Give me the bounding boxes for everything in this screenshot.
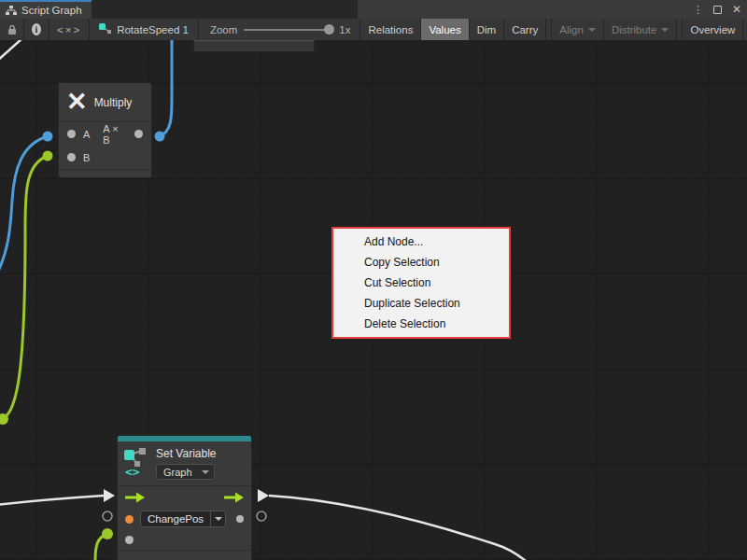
dim-button[interactable]: Dim xyxy=(470,19,504,40)
multiply-node[interactable]: ✕ Multiply A A × B B xyxy=(58,82,152,178)
port-b-label: B xyxy=(83,152,90,163)
chevron-down-icon xyxy=(588,28,596,32)
variable-value-row: ChangePos xyxy=(118,508,251,530)
multiply-row-b: B xyxy=(59,146,151,169)
graph-toolbar: i <×> RotateSpeed 1 Zoom 1x Relations Va… xyxy=(0,19,747,40)
window-maximize-icon[interactable] xyxy=(713,6,722,14)
distribute-label: Distribute xyxy=(612,24,657,35)
flow-input-arrow-icon[interactable] xyxy=(125,492,145,503)
relations-button[interactable]: Relations xyxy=(360,19,421,40)
dropdown-arrow-cell[interactable] xyxy=(210,511,225,526)
value-toggle-button[interactable]: <×> xyxy=(49,19,90,40)
multiply-icon: ✕ xyxy=(66,90,88,115)
port-a-label: A xyxy=(83,129,90,140)
port-result-label: A × B xyxy=(103,123,127,146)
flow-row xyxy=(118,486,251,508)
window-close-icon[interactable]: ✕ xyxy=(732,3,741,16)
info-icon: i xyxy=(32,23,41,35)
value-input-port[interactable] xyxy=(125,536,134,544)
tab-title: Script Graph xyxy=(21,5,82,16)
chevron-down-icon xyxy=(661,28,669,32)
variable-output-port[interactable] xyxy=(236,515,244,523)
variable-scope-dropdown[interactable]: Graph xyxy=(156,464,215,480)
set-variable-title: Set Variable xyxy=(156,447,216,460)
value-input-row xyxy=(118,530,251,550)
menu-item-copy-selection[interactable]: Copy Selection xyxy=(333,252,509,273)
variable-scope-label: Graph xyxy=(163,467,192,478)
graph-name-label: RotateSpeed 1 xyxy=(117,24,189,35)
zoom-control: Zoom 1x xyxy=(199,19,361,40)
zoom-slider[interactable] xyxy=(244,29,332,31)
chevron-down-icon xyxy=(215,517,222,521)
menu-item-duplicate-selection[interactable]: Duplicate Selection xyxy=(333,293,509,314)
set-variable-node[interactable]: <> Set Variable Graph ChangePos xyxy=(117,435,252,560)
variable-name-dropdown[interactable]: ChangePos xyxy=(140,511,226,527)
set-variable-header[interactable]: <> Set Variable Graph xyxy=(118,441,251,485)
menu-item-cut-selection[interactable]: Cut Selection xyxy=(333,273,509,293)
lock-icon xyxy=(7,24,16,35)
align-label: Align xyxy=(559,24,584,35)
inspect-button[interactable]: i xyxy=(24,19,49,40)
carry-label: Carry xyxy=(512,24,538,35)
set-variable-icon: <> xyxy=(123,447,148,477)
carry-button[interactable]: Carry xyxy=(504,19,546,40)
zoom-label: Zoom xyxy=(210,24,237,35)
align-dropdown-button[interactable]: Align xyxy=(551,19,604,40)
port-b-input[interactable] xyxy=(67,153,76,161)
partial-node[interactable] xyxy=(193,40,315,52)
variable-name-value: ChangePos xyxy=(141,513,210,525)
port-a-input[interactable] xyxy=(67,130,76,138)
full-screen-button[interactable]: Full Screen xyxy=(743,19,747,40)
script-graph-icon xyxy=(6,6,17,16)
dim-label: Dim xyxy=(477,24,496,35)
zoom-slider-handle[interactable] xyxy=(324,24,334,35)
multiply-node-header[interactable]: ✕ Multiply xyxy=(59,83,151,121)
graph-reference-icon xyxy=(99,23,112,35)
window-menu-icon[interactable]: ⋮ xyxy=(693,4,703,16)
value-toggle-icon: <×> xyxy=(57,24,81,35)
menu-item-delete-selection[interactable]: Delete Selection xyxy=(333,314,509,334)
context-menu: Add Node... Copy Selection Cut Selection… xyxy=(331,227,511,339)
values-label: Values xyxy=(429,24,460,35)
relations-label: Relations xyxy=(368,24,413,35)
chevron-down-icon xyxy=(202,470,209,474)
zoom-value: 1x xyxy=(339,24,350,35)
set-variable-footer xyxy=(118,550,251,560)
variable-name-input-port[interactable] xyxy=(125,515,134,524)
graph-reference-button[interactable]: RotateSpeed 1 xyxy=(90,19,199,40)
title-bar: Script Graph ⋮ ✕ xyxy=(0,0,747,19)
multiply-node-title: Multiply xyxy=(94,96,133,109)
lock-button[interactable] xyxy=(0,19,24,40)
svg-text:<>: <> xyxy=(125,465,140,477)
distribute-dropdown-button[interactable]: Distribute xyxy=(604,19,678,40)
menu-item-add-node[interactable]: Add Node... xyxy=(333,231,509,252)
multiply-row-a: A A × B xyxy=(59,122,151,146)
title-bar-right-segment xyxy=(358,0,747,19)
overview-label: Overview xyxy=(690,24,735,35)
overview-button[interactable]: Overview xyxy=(682,19,743,40)
values-button[interactable]: Values xyxy=(421,19,469,40)
port-result-output[interactable] xyxy=(134,130,143,138)
tab-script-graph[interactable]: Script Graph xyxy=(0,0,92,19)
flow-output-arrow-icon[interactable] xyxy=(224,492,244,503)
